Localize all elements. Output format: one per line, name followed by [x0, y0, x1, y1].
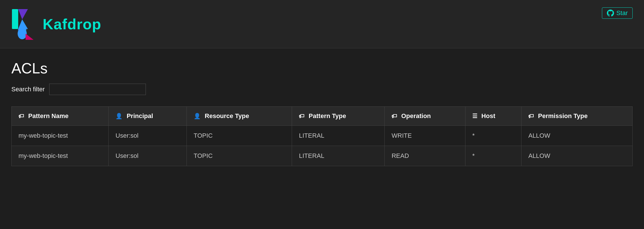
table-row: my-web-topic-test User:sol TOPIC LITERAL…	[12, 146, 633, 166]
tag-icon-3: 🏷	[392, 113, 397, 119]
cell-resource-type-2: TOPIC	[187, 146, 292, 166]
cell-pattern-type-1: LITERAL	[292, 126, 385, 146]
list-icon: ☰	[472, 113, 477, 119]
cell-principal-2: User:sol	[109, 146, 187, 166]
svg-marker-1	[18, 9, 28, 19]
col-resource-type: 👤 Resource Type	[187, 107, 292, 126]
search-input[interactable]	[49, 84, 146, 95]
cell-pattern-name-2: my-web-topic-test	[12, 146, 109, 166]
cell-pattern-type-2: LITERAL	[292, 146, 385, 166]
table-body: my-web-topic-test User:sol TOPIC LITERAL…	[12, 126, 633, 166]
tag-icon-1: 🏷	[18, 113, 24, 119]
cell-permission-type-2: ALLOW	[521, 146, 633, 166]
star-label: Star	[616, 9, 628, 17]
col-host: ☰ Host	[465, 107, 521, 126]
kafdrop-logo-icon	[11, 9, 37, 40]
app-title: Kafdrop	[43, 16, 101, 33]
search-area: Search filter	[11, 84, 633, 95]
svg-marker-5	[26, 34, 34, 40]
col-permission-type: 🏷 Permission Type	[521, 107, 633, 126]
star-button[interactable]: Star	[602, 7, 633, 19]
cell-principal-1: User:sol	[109, 126, 187, 146]
cell-permission-type-1: ALLOW	[521, 126, 633, 146]
col-operation: 🏷 Operation	[385, 107, 465, 126]
github-icon	[607, 9, 614, 17]
search-filter-label: Search filter	[11, 86, 45, 93]
table-header-row: 🏷 Pattern Name 👤 Principal 👤 Resource Ty…	[12, 107, 633, 126]
col-pattern-type: 🏷 Pattern Type	[292, 107, 385, 126]
tag-icon-2: 🏷	[299, 113, 305, 119]
cell-operation-2: READ	[385, 146, 465, 166]
cell-pattern-name-1: my-web-topic-test	[12, 126, 109, 146]
col-pattern-name: 🏷 Pattern Name	[12, 107, 109, 126]
logo-area: Kafdrop	[11, 9, 101, 40]
user-icon-2: 👤	[194, 113, 201, 119]
page-title: ACLs	[11, 60, 633, 77]
cell-host-1: *	[465, 126, 521, 146]
user-icon-1: 👤	[115, 113, 123, 119]
app-header: Kafdrop Star	[0, 0, 644, 48]
tag-icon-4: 🏷	[528, 113, 534, 119]
svg-rect-0	[12, 9, 18, 29]
cell-resource-type-1: TOPIC	[187, 126, 292, 146]
table-row: my-web-topic-test User:sol TOPIC LITERAL…	[12, 126, 633, 146]
table-header: 🏷 Pattern Name 👤 Principal 👤 Resource Ty…	[12, 107, 633, 126]
main-content: ACLs Search filter 🏷 Pattern Name 👤 Prin…	[0, 48, 644, 178]
acl-table: 🏷 Pattern Name 👤 Principal 👤 Resource Ty…	[11, 106, 633, 166]
cell-host-2: *	[465, 146, 521, 166]
col-principal: 👤 Principal	[109, 107, 187, 126]
cell-operation-1: WRITE	[385, 126, 465, 146]
